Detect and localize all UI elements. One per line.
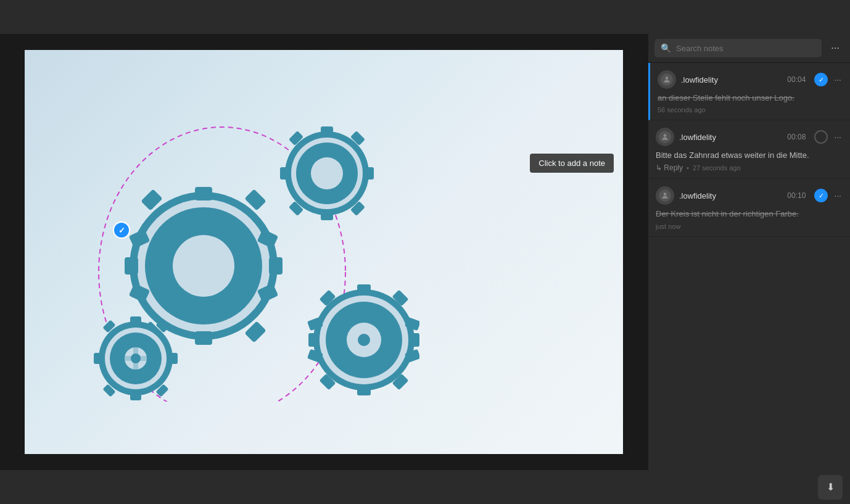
gears-svg: [86, 93, 419, 402]
notes-list: .lowfidelity 00:04 ✓ ··· an dieser Stell…: [648, 63, 850, 470]
note-time-1: 00:04: [787, 75, 806, 84]
svg-rect-54: [170, 353, 178, 364]
small-left-gear: [94, 316, 178, 400]
resolve-button-1[interactable]: ✓: [814, 73, 828, 86]
top-bar: [0, 0, 850, 34]
note-more-button-3[interactable]: ···: [833, 191, 843, 200]
svg-rect-33: [357, 284, 371, 294]
bottom-bar: ⬇: [0, 470, 850, 504]
svg-rect-7: [125, 257, 138, 275]
svg-point-32: [358, 334, 370, 346]
note-more-button-1[interactable]: ···: [833, 75, 843, 85]
resolve-button-3[interactable]: ✓: [814, 189, 828, 202]
avatar-2: [656, 128, 674, 146]
note-username-2: .lowfidelity: [679, 133, 716, 142]
svg-rect-52: [130, 316, 141, 324]
svg-rect-5: [195, 331, 212, 345]
avatar-inner-1: [661, 73, 673, 86]
svg-rect-53: [130, 393, 141, 400]
note-timestamp-3: just now: [656, 223, 843, 230]
note-header-3: .lowfidelity 00:10 ✓ ···: [656, 186, 843, 205]
note-timestamp-1: 56 seconds ago: [658, 106, 843, 114]
svg-rect-55: [94, 353, 101, 364]
note-timestamp-2: 27 seconds ago: [693, 164, 741, 171]
svg-point-60: [666, 76, 669, 80]
download-button[interactable]: ⬇: [818, 475, 843, 500]
note-time-2: 00:08: [787, 133, 806, 141]
search-input[interactable]: [676, 44, 815, 53]
reply-link-2[interactable]: Reply: [656, 163, 683, 172]
notes-sidebar: 🔍 ··· .lowfidelity 00:04 ✓ ···: [648, 34, 850, 470]
search-icon: 🔍: [661, 43, 671, 53]
avatar-inner-3: [659, 189, 671, 202]
canvas-area[interactable]: Click to add a note: [0, 34, 648, 470]
note-card-1: .lowfidelity 00:04 ✓ ··· an dieser Stell…: [648, 63, 850, 120]
sidebar-header: 🔍 ···: [648, 34, 850, 63]
note-username-1: .lowfidelity: [681, 75, 718, 85]
note-text-2: Bitte das Zahnrad etwas weiter in die Mi…: [656, 150, 843, 161]
svg-rect-21: [321, 212, 333, 220]
note-card-2: .lowfidelity 00:08 ··· Bitte das Zahnrad…: [648, 120, 850, 179]
avatar-1: [658, 70, 676, 89]
sidebar-more-button[interactable]: ···: [827, 39, 844, 57]
click-to-add-tooltip: Click to add a note: [530, 154, 614, 173]
small-top-gear: [280, 126, 374, 220]
search-box[interactable]: 🔍: [654, 39, 822, 57]
svg-point-61: [664, 134, 667, 138]
svg-rect-4: [195, 187, 212, 200]
medium-right-gear: [307, 284, 419, 395]
note-more-button-2[interactable]: ···: [833, 132, 843, 142]
svg-rect-22: [365, 167, 374, 180]
note-text-1: an dieser Stelle fehlt noch unser Logo.: [658, 93, 843, 104]
canvas-content[interactable]: Click to add a note: [25, 50, 623, 454]
svg-point-19: [311, 157, 343, 189]
svg-rect-23: [280, 167, 289, 180]
svg-point-62: [664, 193, 667, 196]
svg-rect-6: [269, 257, 283, 275]
note-time-3: 00:10: [787, 191, 806, 200]
note-card-3: .lowfidelity 00:10 ✓ ··· Der Kreis ist n…: [648, 179, 850, 236]
note-header-2: .lowfidelity 00:08 ···: [656, 128, 843, 146]
note-username-3: .lowfidelity: [679, 191, 716, 200]
svg-rect-34: [357, 386, 371, 395]
svg-rect-51: [110, 356, 162, 361]
main-area: Click to add a note 🔍 ···: [0, 34, 850, 470]
svg-rect-35: [410, 333, 419, 347]
svg-rect-20: [321, 126, 333, 135]
svg-rect-36: [308, 333, 318, 347]
resolve-button-2[interactable]: [814, 130, 828, 144]
avatar-3: [656, 186, 674, 205]
note-text-3: Der Kreis ist nicht in der richtigen Far…: [656, 209, 843, 220]
svg-point-3: [173, 235, 234, 297]
note-pin[interactable]: [113, 221, 130, 239]
avatar-inner-2: [659, 131, 671, 143]
note-header-1: .lowfidelity 00:04 ✓ ···: [658, 70, 843, 89]
large-gear: [125, 187, 283, 345]
